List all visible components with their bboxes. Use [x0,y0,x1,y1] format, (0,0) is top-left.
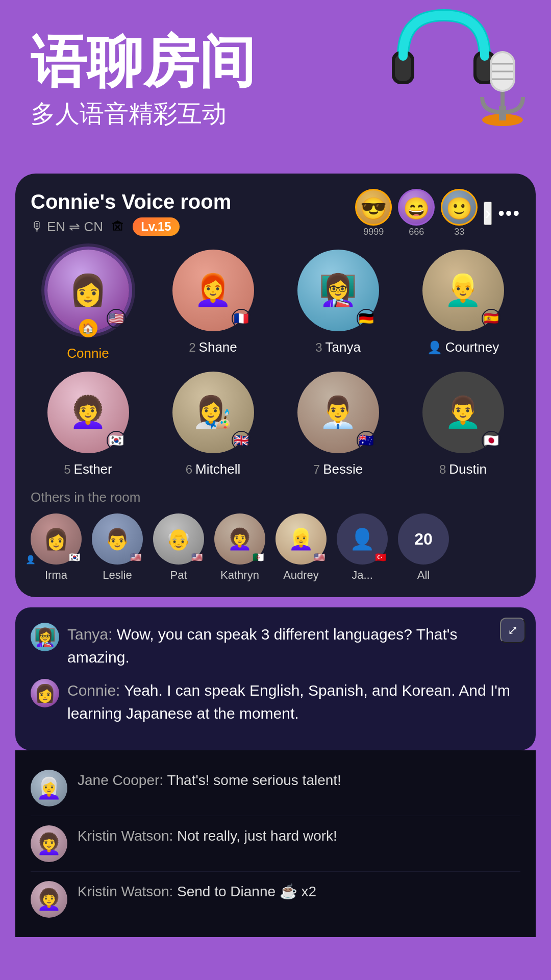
other-audrey[interactable]: 👱‍♀️ 🇺🇸 Audrey [276,513,327,582]
viewer-avatar-2: 😄 [398,189,435,226]
speaker-info-tanya: 3 Tanya [315,339,361,355]
expand-chat-button[interactable]: ⤢ [500,618,525,643]
comment-avatar-kristin1: 👩‍🦱 [31,825,67,862]
other-kathryn[interactable]: 👩‍🦱 🇩🇿 Kathryn [214,513,265,582]
chat-avatar-tanya: 👩‍🏫 [31,623,59,651]
comment-avatar-kristin2: 👩‍🦱 [31,881,67,918]
other-name-irma: Irma [45,569,67,582]
comment-kristin1: 👩‍🦱 Kristin Watson: Not really, just har… [31,816,520,872]
speaker-info-shane: 2 Shane [189,339,237,355]
hero-decoration [388,5,541,153]
flag-bessie: 🇦🇺 [357,431,376,450]
other-avatar-wrap-leslie: 👨 🇺🇸 [92,513,143,565]
flag-tanya: 🇩🇪 [357,309,376,328]
speaker-info-courtney: 👤 Courtney [427,339,499,355]
speaker-avatar-wrap-courtney: 👱‍♂️ 🇪🇸 [422,250,504,331]
room-header: Connie's Voice room 🎙 EN ⇌ CN 🏚 Lv.15 😎 … [31,189,520,237]
speaker-dustin[interactable]: 👨‍🦱 🇯🇵 8 Dustin [406,372,520,477]
other-ja[interactable]: 👤 🇹🇷 Ja... [337,513,388,582]
other-flag-ja: 🇹🇷 [373,550,388,565]
viewer-avatar-1: 😎 [355,189,392,226]
chat-speaker-tanya: Tanya: [67,626,117,643]
other-flag-irma: 🇰🇷 [67,550,82,565]
host-badge: 🏠 [79,319,97,337]
speaker-name-mitchell: Mitchell [195,461,240,477]
other-avatar-wrap-kathryn: 👩‍🦱 🇩🇿 [214,513,265,565]
more-options-button[interactable]: ••• [498,203,520,224]
room-lang: 🎙 EN ⇌ CN [31,219,103,235]
comment-body-kristin1: Kristin Watson: Not really, just hard wo… [78,825,337,847]
others-row: 👩 🇰🇷 👤 Irma 👨 🇺🇸 Leslie [31,513,520,582]
other-pat[interactable]: 👴 🇺🇸 Pat [153,513,204,582]
speaker-info-mitchell: 6 Mitchell [186,461,241,477]
comment-user-kristin2: Kristin Watson: [78,884,177,899]
other-leslie[interactable]: 👨 🇺🇸 Leslie [92,513,143,582]
other-irma[interactable]: 👩 🇰🇷 👤 Irma [31,513,82,582]
flag-connie: 🇺🇸 [107,309,126,328]
other-flag-leslie: 🇺🇸 [129,550,143,565]
other-name-audrey: Audrey [283,569,319,582]
viewer-avatar-3: 🙂 [441,189,478,226]
speakers-grid: 👩 🇺🇸 🏠 Connie 👩‍🦰 🇫🇷 2 Shane [31,250,520,477]
room-icon-house: 🏚 [111,219,124,235]
chat-content-connie: Yeah. I can speak English, Spanish, and … [67,682,510,722]
speaker-name-tanya: Tanya [325,339,360,355]
chat-text-tanya: Tanya: Wow, you can speak 3 different la… [67,623,520,669]
speaker-tanya[interactable]: 👩‍🏫 🇩🇪 3 Tanya [281,250,395,361]
comment-avatar-jane: 👩‍🦳 [31,770,67,806]
room-meta: 🎙 EN ⇌ CN 🏚 Lv.15 [31,217,231,236]
speaker-avatar-wrap-connie: 👩 🇺🇸 🏠 [47,250,129,331]
other-flag-pat: 🇺🇸 [190,550,204,565]
speaker-info-dustin: 8 Dustin [439,461,487,477]
other-name-leslie: Leslie [103,569,132,582]
other-name-pat: Pat [170,569,187,582]
other-avatar-wrap-pat: 👴 🇺🇸 [153,513,204,565]
viewer-count-3: 33 [454,227,464,237]
speaker-esther[interactable]: 👩‍🦱 🇰🇷 5 Esther [31,372,145,477]
speaker-avatar-wrap-esther: 👩‍🦱 🇰🇷 [47,372,129,453]
speaker-courtney[interactable]: 👱‍♂️ 🇪🇸 👤 Courtney [406,250,520,361]
comment-body-kristin2: Kristin Watson: Send to Dianne ☕ x2 [78,881,316,902]
other-avatar-wrap-irma: 👩 🇰🇷 👤 [31,513,82,565]
other-avatar-wrap-audrey: 👱‍♀️ 🇺🇸 [276,513,327,565]
comment-list: 👩‍🦳 Jane Cooper: That's! some serious ta… [15,750,536,937]
speaker-num-shane: 2 [189,340,195,355]
room-viewers: 😎 9999 😄 666 🙂 33 › ••• [355,189,520,237]
speaker-bessie[interactable]: 👨‍💼 🇦🇺 7 Bessie [281,372,395,477]
speaker-shane[interactable]: 👩‍🦰 🇫🇷 2 Shane [156,250,270,361]
chat-content-tanya: Wow, you can speak 3 different languages… [67,626,458,666]
other-icon-irma: 👤 [26,555,36,565]
other-flag-kathryn: 🇩🇿 [251,550,265,565]
viewer-item-1[interactable]: 😎 9999 [355,189,392,237]
other-name-kathryn: Kathryn [220,569,259,582]
speaker-mitchell[interactable]: 👩‍🎨 🇬🇧 6 Mitchell [156,372,270,477]
viewer-item-2[interactable]: 😄 666 [398,189,435,237]
others-title: Others in the room [31,489,520,505]
others-section: Others in the room 👩 🇰🇷 👤 Irma 👨 � [31,489,520,582]
chat-avatar-connie: 👩 [31,679,59,707]
level-badge: Lv.15 [133,217,180,236]
other-avatar-wrap-ja: 👤 🇹🇷 [337,513,388,565]
comment-kristin2: 👩‍🦱 Kristin Watson: Send to Dianne ☕ x2 [31,872,520,927]
speaker-num-tanya: 3 [315,340,322,355]
room-title-section: Connie's Voice room 🎙 EN ⇌ CN 🏚 Lv.15 [31,190,231,236]
speaker-connie[interactable]: 👩 🇺🇸 🏠 Connie [31,250,145,361]
viewer-count-2: 666 [409,227,424,237]
speaker-name-courtney: Courtney [445,339,499,355]
speaker-name-dustin: Dustin [449,461,487,477]
speaker-num-esther: 5 [64,462,70,477]
more-viewers-button[interactable]: › [484,202,492,225]
chat-overlay: ⤢ 👩‍🏫 Tanya: Wow, you can speak 3 differ… [15,607,536,750]
comment-user-jane: Jane Cooper: [78,772,167,788]
all-button-item[interactable]: 20 All [398,513,449,582]
mic-icon: 🎙 [31,219,44,235]
comment-msg-kristin2: Send to Dianne ☕ x2 [177,884,316,899]
person-icon-courtney: 👤 [427,340,442,355]
flag-mitchell: 🇬🇧 [232,431,251,450]
speaker-info-esther: 5 Esther [64,461,112,477]
other-flag-audrey: 🇺🇸 [312,550,327,565]
comment-msg-jane: That's! some serious talent! [167,772,341,788]
viewer-item-3[interactable]: 🙂 33 [441,189,478,237]
all-button[interactable]: 20 [398,513,449,565]
flag-courtney: 🇪🇸 [482,309,501,328]
